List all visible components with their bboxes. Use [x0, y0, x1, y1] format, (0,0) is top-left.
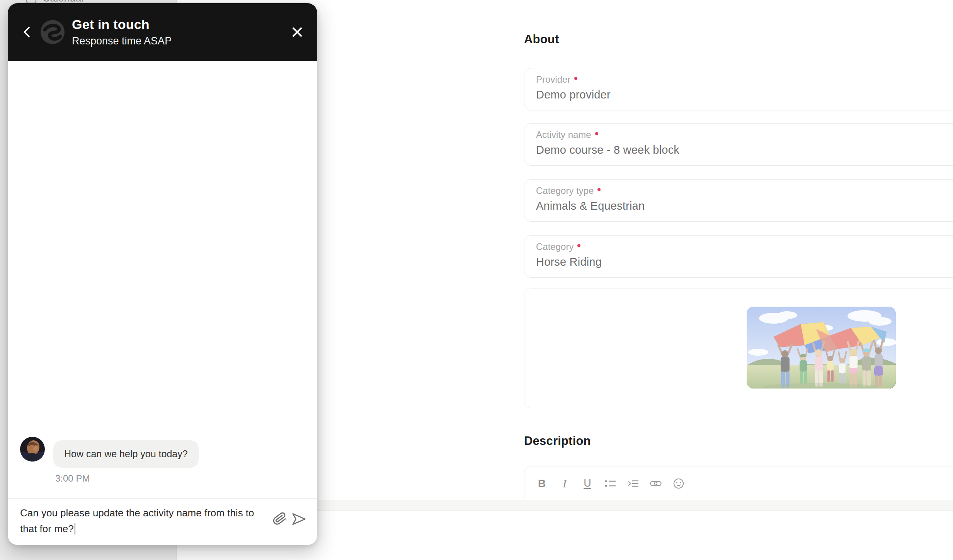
page-footer-divider — [317, 500, 953, 511]
paperclip-icon — [272, 511, 288, 527]
back-button[interactable] — [19, 24, 35, 40]
emoji-button[interactable] — [673, 477, 684, 490]
back-chevron-icon — [22, 25, 32, 39]
image-card — [524, 288, 953, 408]
emoji-icon — [673, 478, 684, 489]
field-provider[interactable]: Provider Demo provider — [524, 68, 953, 110]
field-label: Category type — [536, 185, 594, 196]
chat-widget: Get in touch Response time ASAP — [8, 3, 317, 545]
italic-button[interactable]: I — [559, 477, 570, 490]
description-heading: Description — [524, 434, 591, 448]
message-timestamp: 3:00 PM — [55, 473, 90, 484]
field-value: Animals & Equestrian — [536, 200, 953, 212]
agent-message-row: How can we help you today? — [20, 437, 199, 468]
field-value: Demo course - 8 week block — [536, 144, 953, 156]
agent-avatar — [20, 437, 45, 462]
required-dot — [577, 244, 580, 247]
required-dot — [574, 77, 577, 80]
link-button[interactable] — [650, 477, 662, 490]
indent-button[interactable] — [627, 477, 639, 490]
field-value: Demo provider — [536, 88, 953, 101]
send-icon — [291, 511, 306, 527]
draft-text: Can you please update the activity name … — [20, 507, 254, 535]
field-label: Category — [536, 241, 574, 252]
field-value: Horse Riding — [536, 256, 953, 268]
chat-title: Get in touch — [72, 17, 172, 32]
bold-button[interactable]: B — [536, 477, 548, 490]
brand-logo-icon — [40, 20, 65, 44]
text-caret — [75, 523, 75, 535]
composer-input[interactable]: Can you please update the activity name … — [20, 506, 271, 536]
composer: Can you please update the activity name … — [8, 498, 317, 545]
activity-photo[interactable] — [747, 307, 896, 389]
send-button[interactable] — [291, 511, 306, 527]
field-label: Activity name — [536, 129, 591, 140]
editor-toolbar: B I U — [524, 467, 953, 500]
required-dot — [597, 188, 601, 191]
indent-icon — [627, 479, 639, 489]
screen: Calendar About Provider Demo provider Ac… — [0, 0, 953, 560]
required-dot — [595, 132, 598, 135]
field-category[interactable]: Category Horse Riding — [524, 235, 953, 278]
about-heading: About — [524, 32, 559, 46]
field-category-type[interactable]: Category type Animals & Equestrian — [524, 179, 953, 222]
agent-message-bubble: How can we help you today? — [53, 440, 199, 468]
chat-header: Get in touch Response time ASAP — [8, 3, 317, 61]
attach-button[interactable] — [273, 511, 288, 527]
chat-subtitle: Response time ASAP — [72, 35, 172, 47]
link-icon — [650, 479, 662, 488]
field-label: Provider — [536, 74, 570, 85]
bullet-list-button[interactable] — [604, 477, 616, 490]
underline-button[interactable]: U — [582, 477, 593, 490]
close-button[interactable] — [289, 24, 306, 41]
field-activity-name[interactable]: Activity name Demo course - 8 week block — [524, 123, 953, 166]
bullet-list-icon — [604, 479, 616, 489]
close-icon — [292, 27, 303, 37]
